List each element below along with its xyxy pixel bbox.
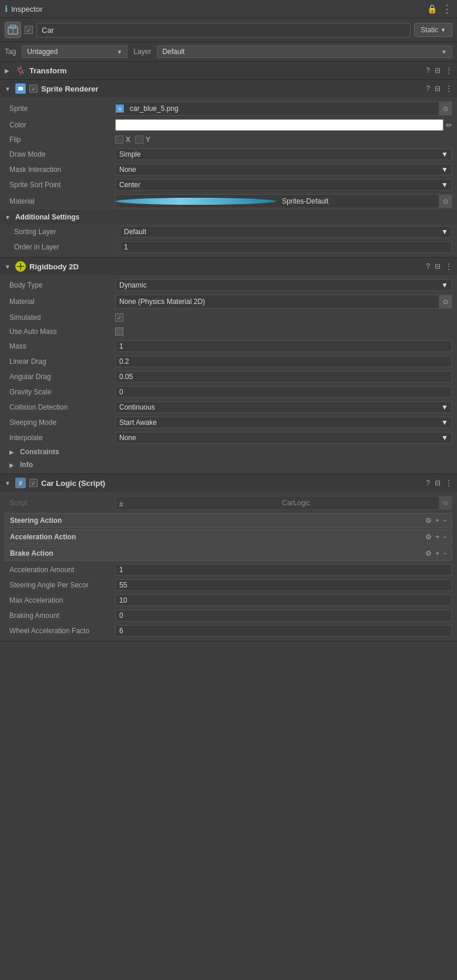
tag-dropdown[interactable]: Untagged ▼ [22,45,127,58]
body-type-dropdown[interactable]: Dynamic ▼ [115,279,452,291]
draw-mode-dropdown[interactable]: Simple ▼ [115,148,452,160]
sprite-renderer-help-icon[interactable]: ? [426,85,430,93]
max-acceleration-input[interactable] [115,594,452,606]
mass-prop-row: Mass [0,339,457,354]
flip-prop-row: Flip X Y [0,133,457,147]
more-menu-icon[interactable]: ⋮ [442,2,452,15]
transform-more-icon[interactable]: ⋮ [445,66,452,75]
car-logic-settings-icon[interactable]: ⊟ [435,479,441,487]
lock-icon[interactable]: 🔒 [427,4,437,13]
brake-gear-icon[interactable]: ⚙ [425,549,432,557]
mass-input[interactable] [115,340,452,352]
sprite-renderer-enabled[interactable]: ✓ [29,85,38,93]
rigidbody2d-settings-icon[interactable]: ⊟ [435,262,441,271]
braking-amount-label: Braking Amount [9,611,115,620]
sprite-sort-point-dropdown[interactable]: Center ▼ [115,179,452,191]
rb-material-field[interactable]: None (Physics Material 2D) ⊙ [115,295,452,309]
flip-x-checkbox[interactable] [115,136,123,144]
eyedropper-icon[interactable]: ✏ [446,121,452,130]
sprite-renderer-settings-icon[interactable]: ⊟ [435,85,441,93]
sprite-renderer-icons: ? ⊟ ⋮ [426,85,452,93]
brake-add-icon[interactable]: + [435,549,439,557]
mask-interaction-value: None ▼ [115,164,452,175]
object-name-field[interactable] [36,23,411,38]
sprite-renderer-header[interactable]: ▼ ✓ Sprite Renderer ? ⊟ ⋮ [0,80,457,97]
acceleration-gear-icon[interactable]: ⚙ [425,533,432,541]
info-row[interactable]: ▶ Info [0,458,457,471]
angular-drag-value [115,371,452,383]
script-target-btn[interactable]: ⊙ [439,496,452,509]
transform-header[interactable]: ▶ Transform ? ⊟ ⋮ [0,62,457,79]
steering-add-icon[interactable]: + [435,516,439,525]
steering-remove-icon[interactable]: − [443,516,447,525]
layer-label: Layer [133,48,151,56]
acceleration-remove-icon[interactable]: − [443,533,447,541]
sorting-layer-label: Sorting Layer [14,228,120,236]
steering-gear-icon[interactable]: ⚙ [425,516,432,525]
steering-angle-input[interactable] [115,579,452,591]
sprite-prop-row: Sprite S car_blue_5.png ⊙ [0,100,457,117]
transform-help-icon[interactable]: ? [426,66,430,75]
braking-amount-input[interactable] [115,610,452,621]
acceleration-amount-prop-row: Acceleration Amount [0,562,457,577]
color-label: Color [9,121,115,129]
steering-action-label: Steering Action [10,516,425,525]
layer-dropdown[interactable]: Default ▼ [157,45,452,58]
interpolate-dropdown[interactable]: None ▼ [115,432,452,444]
car-logic-header[interactable]: ▼ # ✓ Car Logic (Script) ? ⊟ ⋮ [0,474,457,492]
flip-x-check: X [115,136,130,144]
wheel-acceleration-input[interactable] [115,625,452,637]
sprite-target-btn[interactable]: ⊙ [439,102,452,115]
sleeping-mode-prop-row: Sleeping Mode Start Awake ▼ [0,415,457,430]
static-button[interactable]: Static ▼ [414,23,452,37]
rigidbody2d-help-icon[interactable]: ? [426,262,430,271]
max-acceleration-prop-row: Max Acceleration [0,593,457,608]
sprite-renderer-more-icon[interactable]: ⋮ [445,85,452,93]
color-value: ✏ [115,119,452,131]
rigidbody2d-more-icon[interactable]: ⋮ [445,262,452,271]
mass-value [115,340,452,352]
sleeping-mode-value: Start Awake ▼ [115,417,452,428]
script-field[interactable]: # CarLogic ⊙ [115,496,452,510]
mask-interaction-arrow: ▼ [441,165,448,174]
rb-material-target-btn[interactable]: ⊙ [439,295,452,308]
sr-material-field[interactable]: Sprites-Default ⊙ [115,194,452,208]
acceleration-action-row: Acceleration Action ⚙ + − [5,529,452,545]
car-logic-more-icon[interactable]: ⋮ [445,479,452,487]
rigidbody2d-title: Rigidbody 2D [29,262,422,271]
mass-label: Mass [9,342,115,350]
object-enabled-checkbox[interactable]: ✓ [25,26,33,34]
linear-drag-input[interactable] [115,356,452,367]
sr-material-value: Sprites-Default ⊙ [115,194,452,208]
inspector-title: ℹ Inspector [5,4,42,13]
sprite-field[interactable]: S car_blue_5.png ⊙ [115,102,452,116]
order-in-layer-input[interactable] [120,241,452,253]
car-logic-help-icon[interactable]: ? [426,479,430,487]
transform-settings-icon[interactable]: ⊟ [435,66,441,75]
mask-interaction-dropdown[interactable]: None ▼ [115,164,452,175]
order-in-layer-label: Order in Layer [14,243,120,251]
material-target-btn[interactable]: ⊙ [439,195,452,208]
sorting-layer-dropdown[interactable]: Default ▼ [120,226,452,238]
car-logic-icon: # [15,478,26,488]
additional-settings-header[interactable]: ▼ Additional Settings [0,210,457,224]
gravity-scale-input[interactable] [115,386,452,398]
use-auto-mass-checkbox[interactable] [115,327,123,336]
braking-amount-value [115,610,452,621]
acceleration-amount-input[interactable] [115,564,452,576]
script-value: # CarLogic ⊙ [115,496,452,510]
rigidbody2d-header[interactable]: ▼ Rigidbody 2D ? ⊟ ⋮ [0,258,457,275]
acceleration-add-icon[interactable]: + [435,533,439,541]
brake-action-icons: ⚙ + − [425,549,447,557]
simulated-prop-row: Simulated ✓ [0,310,457,325]
car-logic-enabled[interactable]: ✓ [29,479,38,487]
flip-y-checkbox[interactable] [135,136,143,144]
angular-drag-input[interactable] [115,371,452,383]
mask-interaction-label: Mask Interaction [9,165,115,174]
constraints-row[interactable]: ▶ Constraints [0,445,457,458]
brake-remove-icon[interactable]: − [443,549,447,557]
collision-detection-dropdown[interactable]: Continuous ▼ [115,401,452,413]
simulated-checkbox[interactable]: ✓ [115,313,123,322]
color-field[interactable] [115,119,443,131]
sleeping-mode-dropdown[interactable]: Start Awake ▼ [115,417,452,428]
